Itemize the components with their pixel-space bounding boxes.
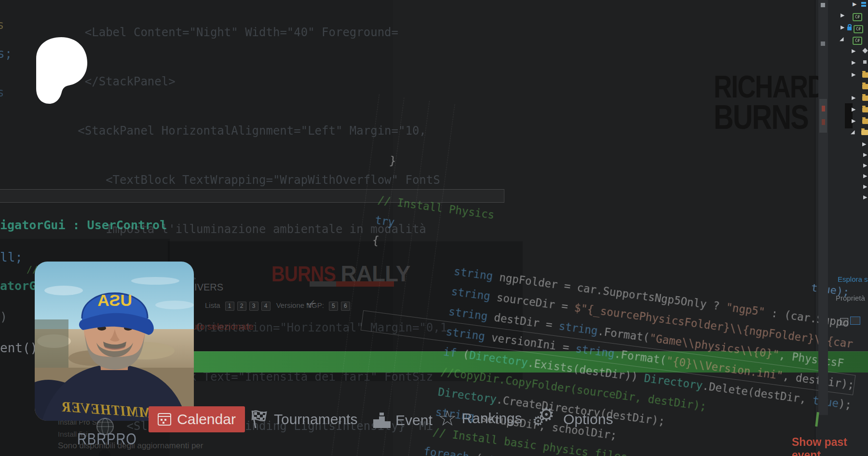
tree-expander-icon: ▶: [852, 106, 855, 112]
gear-glyph-small: ⚙: [532, 414, 544, 428]
csharp-file-icon: C#: [853, 37, 862, 45]
vs-scrollbar-strip: [818, 0, 828, 415]
folder-icon: [862, 107, 868, 112]
nav-item-event[interactable]: Event: [373, 408, 433, 433]
legacy-version-chip: 5: [329, 302, 338, 311]
legacy-version-chip: 6: [341, 302, 350, 311]
legacy-page-chip: 4: [261, 302, 271, 311]
tree-expander-icon: ◢: [840, 36, 843, 42]
tree-expander-icon: ▶: [863, 162, 867, 168]
tree-expander-icon: ▶: [852, 48, 855, 54]
code-line: <StackPanel HorizontalAlignment="Left" M…: [57, 123, 423, 139]
tree-expander-icon: ▶: [841, 12, 844, 18]
show-past-event-link[interactable]: Show past event: [792, 436, 868, 456]
properties-grid-icon-selected: [850, 317, 860, 325]
legacy-page-chip: 3: [249, 302, 258, 311]
avatar-illustration: USA DIMMITHEVER: [35, 262, 194, 421]
code-fragment: ll;: [0, 250, 23, 264]
patreon-logo[interactable]: [34, 35, 89, 105]
cap-text: USA: [97, 291, 132, 309]
nav-item-calendar[interactable]: Calendar: [149, 406, 245, 432]
tree-expander-icon: ▶: [862, 141, 866, 147]
legacy-list-row: Lista1234Versione NGP:56: [205, 301, 353, 311]
scrollbar-mark: [821, 41, 825, 46]
scrollbar-error-mark: [822, 106, 825, 111]
tree-expander-icon: ▶: [852, 118, 855, 124]
folder-icon: [862, 96, 868, 101]
folder-open-icon: [861, 130, 868, 135]
tree-expander-icon: ▶: [841, 24, 844, 30]
class-declaration-fragment: igatorGui : UserControl: [0, 218, 167, 232]
profile-avatar[interactable]: USA DIMMITHEVER: [35, 262, 194, 421]
code-line: </StackPanel>: [57, 73, 423, 90]
scrollbar-thumb: [819, 99, 827, 133]
nav-item-rankings[interactable]: ☆ Rankings: [438, 406, 522, 431]
tree-expander-icon: ▶: [863, 173, 867, 179]
checkered-flag-icon: [249, 409, 269, 430]
csharp-file-icon: C#: [854, 25, 863, 33]
nav-item-label: Rankings: [461, 410, 522, 427]
scrollbar-mark: [821, 3, 825, 7]
legacy-page-chip: 1: [225, 302, 234, 311]
tree-expander-icon: ▶: [863, 194, 867, 200]
tree-expander-icon: ▶: [863, 183, 867, 190]
star-icon: ☆: [438, 408, 457, 429]
nav-item-tournaments[interactable]: Tournaments: [249, 407, 357, 432]
tab-properties: Proprietà: [836, 294, 865, 302]
tab-solution-explorer: Esplora so: [838, 275, 868, 283]
nav-item-options[interactable]: ⚙ ⚙ Options: [533, 407, 613, 432]
code-line: <Label Content="Night" Width="40" Foregr…: [57, 24, 423, 41]
tree-expander-icon: ▶: [852, 95, 855, 101]
legacy-logo-underline-gray: [310, 281, 336, 287]
tree-expander-icon: ▶: [863, 152, 867, 158]
tree-expander-icon: ▶: [852, 59, 855, 66]
legacy-auto-selected-text: uto selezionate: [192, 321, 254, 332]
legacy-lista-label: Lista: [205, 301, 220, 309]
nav-item-label: Options: [563, 411, 613, 428]
blue-file-icon: [861, 2, 866, 4]
code-fragment: s: [0, 18, 4, 32]
podium-icon: [373, 413, 391, 428]
tree-expander-icon: ◢: [851, 129, 854, 135]
folder-icon: [862, 84, 868, 89]
code-fragment: ): [0, 310, 7, 324]
square-icon: [863, 60, 867, 64]
patreon-logo-shape: [34, 35, 89, 105]
csharp-file-icon: C#: [853, 13, 862, 21]
folder-icon: [862, 119, 868, 124]
calendar-icon: [158, 413, 171, 426]
nav-item-label: Event: [395, 412, 433, 428]
scrollbar-error-mark: [822, 119, 825, 125]
page: { "brand": { "line1": "RICHARD", "line2"…: [0, 0, 868, 456]
code-fragment: s;: [0, 46, 12, 61]
code-fragment: s: [0, 86, 4, 99]
csharp-code-block: }// Install Physicstry{string ngpFolder …: [312, 29, 868, 456]
profile-name: RBRPRO: [77, 430, 137, 448]
tree-expander-icon: ▶: [853, 1, 856, 7]
gears-icon: ⚙ ⚙: [533, 408, 558, 431]
tree-expander-icon: ▶: [852, 71, 855, 78]
legacy-page-chip: 2: [237, 302, 246, 311]
lock-icon: [847, 27, 852, 30]
properties-grid-icon: [840, 318, 848, 325]
nav-item-label: Calendar: [177, 411, 236, 428]
nav-item-label: Tournaments: [274, 411, 357, 428]
folder-icon: [862, 72, 868, 78]
